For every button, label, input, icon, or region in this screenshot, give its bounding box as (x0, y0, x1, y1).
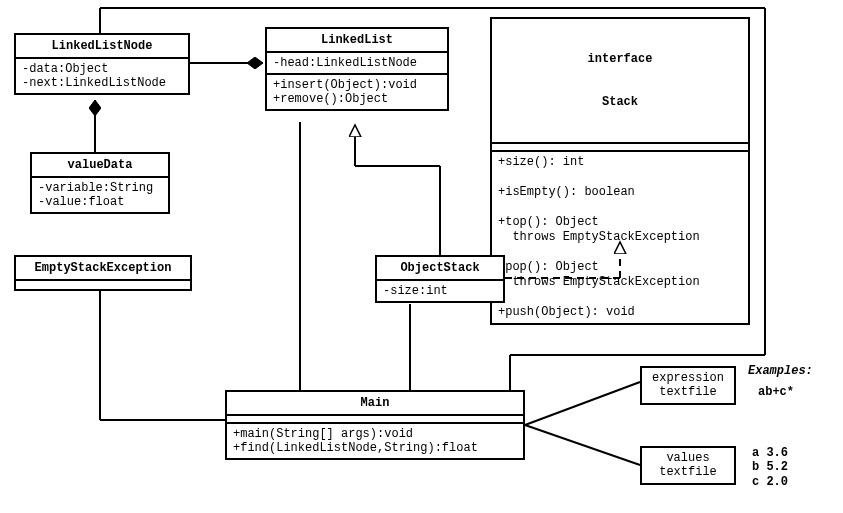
class-attributes: -variable:String -value:float (32, 178, 168, 212)
class-valuedata: valueData -variable:String -value:float (30, 152, 170, 214)
class-linkedlistnode: LinkedListNode -data:Object -next:Linked… (14, 33, 190, 95)
class-emptystackexception: EmptyStackException (14, 255, 192, 291)
class-objectstack: ObjectStack -size:int (375, 255, 505, 303)
examples-heading: Examples: (748, 364, 813, 378)
svg-line-17 (525, 425, 640, 465)
class-operations: +main(String[] args):void +find(LinkedLi… (227, 424, 523, 458)
class-title: LinkedList (267, 29, 447, 53)
example-expression: ab+c* (758, 385, 794, 399)
interface-name: Stack (498, 95, 742, 109)
class-title: interface Stack (492, 19, 748, 144)
class-title: ObjectStack (377, 257, 503, 281)
example-values: a 3.6 b 5.2 c 2.0 (752, 446, 788, 489)
class-main: Main +main(String[] args):void +find(Lin… (225, 390, 525, 460)
class-title: EmptyStackException (16, 257, 190, 281)
stereotype-label: interface (498, 52, 742, 66)
class-attributes (492, 144, 748, 152)
class-title: valueData (32, 154, 168, 178)
interface-stack: interface Stack +size(): int +isEmpty():… (490, 17, 750, 325)
class-attributes: -size:int (377, 281, 503, 301)
class-attributes: -head:LinkedListNode (267, 53, 447, 75)
svg-line-16 (525, 382, 640, 425)
note-expression-textfile: expression textfile (640, 366, 736, 405)
class-attributes (16, 281, 190, 289)
class-attributes: -data:Object -next:LinkedListNode (16, 59, 188, 93)
class-title: Main (227, 392, 523, 416)
class-attributes (227, 416, 523, 424)
class-operations: +insert(Object):void +remove():Object (267, 75, 447, 109)
class-operations: +size(): int +isEmpty(): boolean +top():… (492, 152, 748, 323)
class-title: LinkedListNode (16, 35, 188, 59)
class-linkedlist: LinkedList -head:LinkedListNode +insert(… (265, 27, 449, 111)
note-values-textfile: values textfile (640, 446, 736, 485)
